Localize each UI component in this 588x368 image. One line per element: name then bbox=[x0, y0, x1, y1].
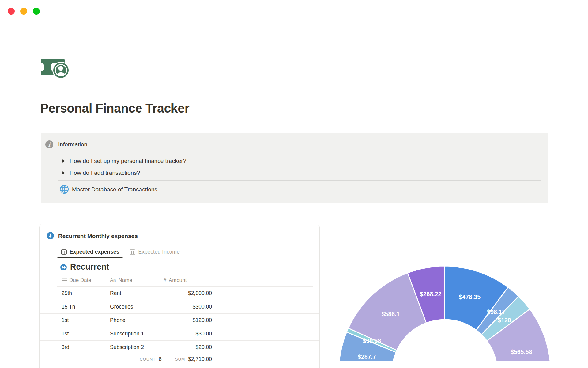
callout-divider bbox=[58, 151, 541, 151]
table-icon bbox=[61, 249, 67, 255]
due-date-cell[interactable]: 15 Th bbox=[62, 304, 75, 310]
name-cell-link[interactable]: Subscription 1 bbox=[110, 331, 144, 338]
name-cell-link[interactable]: Rent bbox=[110, 290, 121, 297]
close-button[interactable] bbox=[8, 8, 15, 15]
info-icon: i bbox=[45, 140, 53, 148]
table-row[interactable]: 1stSubscription 1$30.00 bbox=[40, 327, 319, 341]
slice-value-label: $478.35 bbox=[459, 293, 481, 300]
card-title[interactable]: Recurrent Monthly expenses bbox=[58, 233, 138, 240]
toggle-triangle-icon[interactable] bbox=[62, 159, 65, 163]
recurrent-expenses-card: Recurrent Monthly expenses Expected expe… bbox=[39, 224, 320, 368]
sum-label[interactable]: SUM bbox=[175, 357, 185, 362]
column-header-label: Name bbox=[119, 277, 132, 283]
slice-value-label: $268.22 bbox=[420, 291, 442, 297]
name-cell-link[interactable]: Groceries bbox=[110, 304, 133, 311]
amount-cell[interactable]: $300.00 bbox=[164, 304, 212, 310]
number-hash-icon: # bbox=[164, 278, 166, 283]
table-row[interactable]: 1stPhone$120.00 bbox=[40, 314, 319, 327]
slice-value-label: $287.7 bbox=[358, 353, 376, 360]
column-header-label: Amount bbox=[169, 277, 187, 283]
callout-title: Information bbox=[58, 141, 87, 148]
slice-value-label: $565.58 bbox=[511, 348, 532, 355]
sum-value: $2,710.00 bbox=[188, 356, 212, 362]
toggle-row[interactable]: How do I set up my personal finance trac… bbox=[62, 155, 186, 167]
column-header-name[interactable]: AaName bbox=[110, 277, 132, 283]
page-icon-banknote-coin[interactable] bbox=[41, 56, 73, 80]
slice-value-label: $586.1 bbox=[382, 311, 400, 317]
tab-label: Expected expenses bbox=[70, 249, 119, 255]
master-database-link-label[interactable]: Master Database of Transactions bbox=[72, 186, 157, 194]
due-date-cell[interactable]: 25th bbox=[62, 290, 72, 297]
table-row[interactable]: 25thRent$2,000.00 bbox=[40, 287, 319, 300]
tab-expected-income[interactable]: Expected Income bbox=[126, 246, 183, 258]
table-calculation-row[interactable]: COUNT 6 SUM $2,710.00 bbox=[40, 350, 319, 368]
table-icon bbox=[130, 249, 135, 255]
page-title[interactable]: Personal Finance Tracker bbox=[40, 101, 189, 116]
column-header-amount[interactable]: #Amount bbox=[164, 277, 187, 283]
database-title[interactable]: Recurrent bbox=[70, 262, 109, 272]
expenses-donut-chart: $287.7$30.68$586.1$268.22$478.35$98.17$1… bbox=[322, 251, 588, 361]
count-value: 6 bbox=[159, 356, 162, 362]
due-date-cell[interactable]: 1st bbox=[62, 331, 69, 337]
toggle-triangle-icon[interactable] bbox=[62, 171, 65, 175]
table-header-row: Due DateAaName#Amount bbox=[40, 275, 319, 286]
zoom-button[interactable] bbox=[33, 8, 40, 15]
tab-label: Expected Income bbox=[138, 249, 179, 255]
tab-expected-expenses[interactable]: Expected expenses bbox=[57, 246, 123, 258]
callout-divider bbox=[58, 180, 541, 181]
toggle-list: How do I set up my personal finance trac… bbox=[62, 155, 186, 179]
master-database-link[interactable]: Master Database of Transactions bbox=[59, 184, 157, 195]
title-Aa-icon: Aa bbox=[110, 278, 116, 283]
column-header-label: Due Date bbox=[69, 277, 91, 283]
window-controls bbox=[8, 8, 40, 15]
expenses-table: Due DateAaName#Amount 25thRent$2,000.001… bbox=[40, 275, 319, 354]
due-date-cell[interactable]: 1st bbox=[62, 317, 69, 324]
text-lines-icon bbox=[62, 278, 67, 282]
toggle-label: How do I add transactions? bbox=[70, 170, 140, 176]
count-label[interactable]: COUNT bbox=[140, 357, 156, 362]
minimize-button[interactable] bbox=[20, 8, 27, 15]
slice-value-label: $98.17 bbox=[487, 309, 505, 315]
left-right-arrows-circle-icon bbox=[60, 264, 67, 270]
table-row[interactable]: 15 ThGroceries$300.00 bbox=[40, 300, 319, 314]
globe-icon bbox=[59, 184, 69, 195]
amount-cell[interactable]: $120.00 bbox=[164, 317, 212, 324]
name-cell-link[interactable]: Phone bbox=[110, 317, 126, 324]
amount-cell[interactable]: $2,000.00 bbox=[164, 290, 212, 297]
down-arrow-circle-icon[interactable] bbox=[47, 232, 54, 239]
tab-bar: Expected expensesExpected Income bbox=[57, 246, 313, 258]
column-header-due-date[interactable]: Due Date bbox=[62, 277, 91, 283]
toggle-row[interactable]: How do I add transactions? bbox=[62, 167, 186, 179]
toggle-label: How do I set up my personal finance trac… bbox=[70, 158, 186, 164]
amount-cell[interactable]: $30.00 bbox=[164, 331, 212, 337]
slice-value-label: $30.68 bbox=[363, 337, 381, 344]
slice-value-label: $120 bbox=[498, 317, 511, 324]
information-callout: i Information How do I set up my persona… bbox=[41, 133, 548, 203]
